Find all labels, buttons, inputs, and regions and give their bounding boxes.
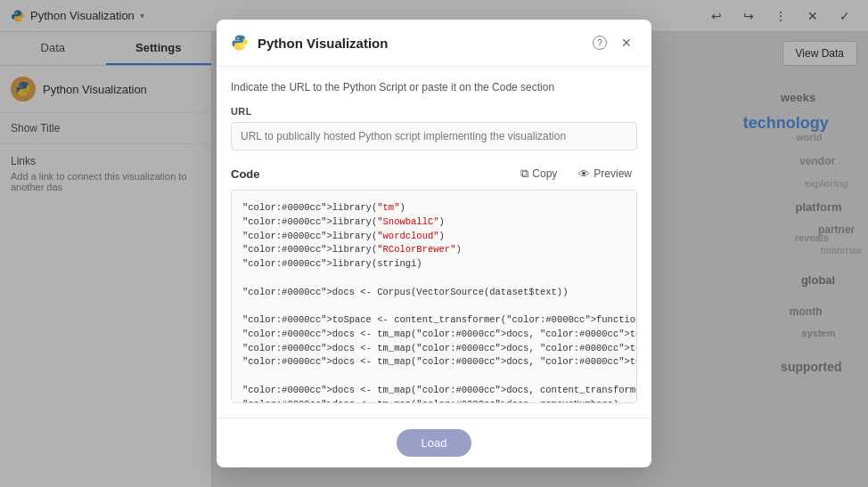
load-button[interactable]: Load bbox=[397, 429, 472, 457]
modal-body: Indicate the URL to the Python Script or… bbox=[217, 67, 651, 418]
copy-label: Copy bbox=[532, 167, 557, 180]
close-modal-icon: ✕ bbox=[621, 36, 632, 50]
modal-close-button[interactable]: ✕ bbox=[616, 32, 637, 53]
modal-description: Indicate the URL to the Python Script or… bbox=[231, 81, 637, 93]
modal-help-button[interactable]: ? bbox=[589, 32, 610, 53]
code-label: Code bbox=[231, 167, 260, 181]
copy-button[interactable]: ⧉ Copy bbox=[515, 165, 562, 183]
code-actions: ⧉ Copy 👁 Preview bbox=[515, 165, 637, 183]
python-icon-modal bbox=[231, 34, 249, 52]
modal-header: Python Visualization ? ✕ bbox=[217, 20, 651, 67]
app-container: Python Visualization ▾ ↩ ↪ ⋮ ✕ ✓ bbox=[0, 0, 868, 487]
preview-button[interactable]: 👁 Preview bbox=[573, 166, 637, 183]
copy-icon: ⧉ bbox=[520, 166, 528, 181]
modal-footer: Load bbox=[217, 418, 651, 467]
modal-overlay: Python Visualization ? ✕ Indicate the UR… bbox=[0, 0, 868, 487]
modal-title: Python Visualization bbox=[258, 36, 580, 51]
code-section-header: Code ⧉ Copy 👁 Preview bbox=[231, 165, 637, 183]
modal: Python Visualization ? ✕ Indicate the UR… bbox=[217, 20, 651, 467]
url-input[interactable] bbox=[231, 122, 637, 150]
modal-header-actions: ? ✕ bbox=[589, 32, 637, 53]
help-icon: ? bbox=[593, 36, 607, 50]
preview-label: Preview bbox=[594, 167, 632, 180]
url-field-label: URL bbox=[231, 106, 637, 117]
preview-icon: 👁 bbox=[578, 167, 590, 181]
code-editor[interactable]: "color:#0000cc">library("tm") "color:#00… bbox=[231, 190, 637, 403]
